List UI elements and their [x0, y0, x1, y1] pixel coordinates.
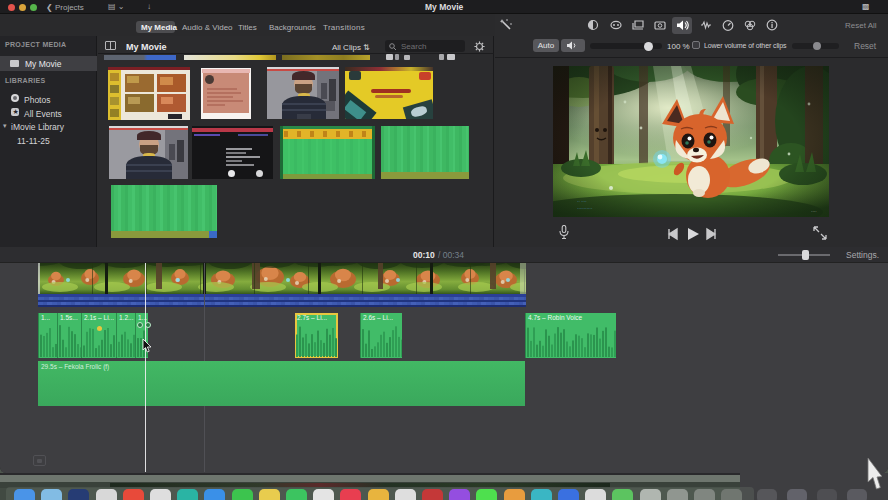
svg-text:...........: ........... [577, 204, 592, 210]
svg-text:.. ....: .. .... [577, 197, 587, 203]
svg-text:....: .... [811, 207, 817, 213]
